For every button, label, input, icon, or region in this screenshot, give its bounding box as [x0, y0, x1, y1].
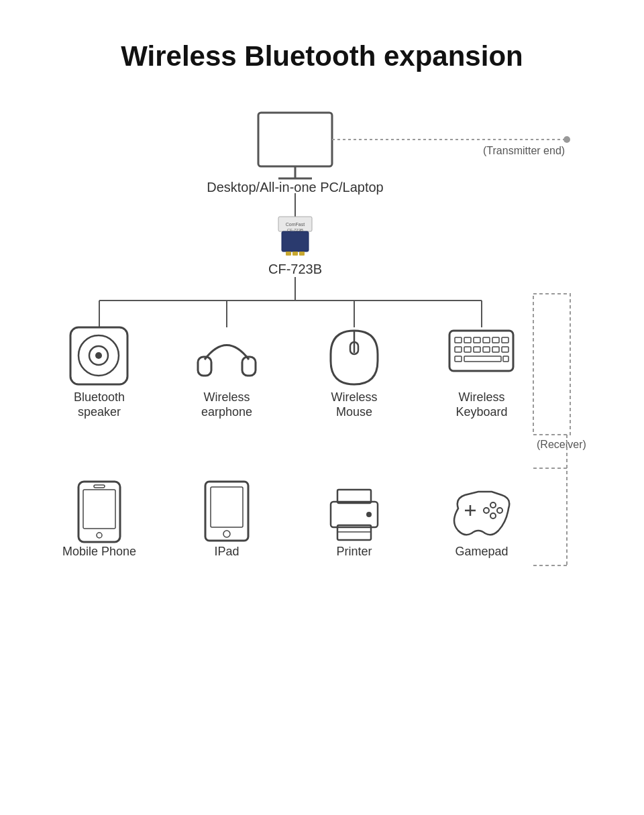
svg-rect-33 [464, 347, 471, 352]
diagram-svg: (Transmitter end) Desktop/All-in-one PC/… [0, 93, 644, 730]
receiver-box-top [533, 294, 570, 435]
svg-rect-39 [464, 356, 501, 362]
svg-rect-30 [492, 337, 499, 343]
svg-rect-20 [242, 357, 256, 376]
bluetooth-speaker-label: Bluetooth [74, 390, 125, 404]
pc-label: Desktop/All-in-one PC/Laptop [207, 180, 383, 195]
monitor-icon [258, 113, 332, 178]
svg-point-48 [223, 531, 230, 537]
svg-point-56 [490, 502, 496, 508]
page-container: Wireless Bluetooth expansion (Transmitte… [0, 0, 644, 732]
svg-point-58 [490, 513, 496, 519]
phone-label: Mobile Phone [62, 545, 136, 558]
svg-rect-36 [492, 347, 499, 352]
svg-rect-31 [502, 337, 508, 343]
svg-text:earphone: earphone [201, 405, 252, 419]
ipad-label: IPad [214, 545, 239, 558]
svg-text:speaker: speaker [78, 405, 121, 419]
printer-label: Printer [336, 545, 372, 558]
svg-rect-9 [299, 252, 305, 256]
svg-rect-7 [286, 252, 291, 256]
svg-rect-35 [483, 347, 490, 352]
phone-icon [78, 482, 120, 542]
svg-rect-8 [292, 252, 298, 256]
svg-point-57 [497, 508, 502, 513]
svg-text:Keyboard: Keyboard [455, 405, 507, 419]
svg-rect-47 [211, 487, 243, 527]
svg-rect-45 [94, 485, 105, 488]
earphone-icon [198, 345, 256, 376]
svg-rect-37 [502, 347, 508, 352]
page-title: Wireless Bluetooth expansion [0, 0, 644, 93]
svg-rect-34 [474, 347, 480, 352]
svg-rect-38 [455, 356, 462, 362]
wireless-keyboard-label: Wireless [458, 390, 504, 404]
svg-point-59 [484, 508, 489, 513]
mouse-icon [331, 331, 378, 384]
printer-icon [331, 490, 378, 540]
svg-rect-28 [474, 337, 480, 343]
wireless-mouse-label: Wireless [331, 390, 377, 404]
svg-text:CF-723B: CF-723B [287, 228, 303, 232]
svg-rect-32 [455, 347, 462, 352]
svg-point-44 [97, 533, 102, 538]
svg-rect-25 [449, 331, 513, 371]
svg-rect-19 [198, 357, 211, 376]
svg-text:ComFast: ComFast [286, 222, 305, 227]
svg-rect-4 [282, 231, 309, 252]
ipad-icon [205, 482, 248, 541]
usb-label: CF-723B [268, 262, 322, 276]
svg-point-52 [366, 512, 372, 517]
usb-icon: ComFast CF-723B [278, 217, 312, 256]
transmitter-dot [564, 136, 570, 143]
svg-rect-27 [464, 337, 471, 343]
speaker-icon [70, 327, 127, 384]
svg-rect-43 [83, 490, 115, 529]
svg-text:Mouse: Mouse [336, 405, 372, 419]
receiver-label: (Receiver) [537, 439, 586, 450]
svg-rect-46 [205, 482, 248, 541]
svg-rect-26 [455, 337, 462, 343]
svg-rect-0 [258, 113, 332, 166]
diagram: (Transmitter end) Desktop/All-in-one PC/… [0, 93, 644, 732]
transmitter-label: (Transmitter end) [483, 145, 565, 156]
svg-point-17 [95, 352, 102, 359]
svg-rect-29 [483, 337, 490, 343]
gamepad-label: Gamepad [455, 545, 508, 558]
svg-rect-40 [503, 356, 508, 362]
gamepad-icon [454, 492, 509, 535]
keyboard-icon [449, 331, 513, 371]
wireless-earphone-label: Wireless [203, 390, 250, 404]
